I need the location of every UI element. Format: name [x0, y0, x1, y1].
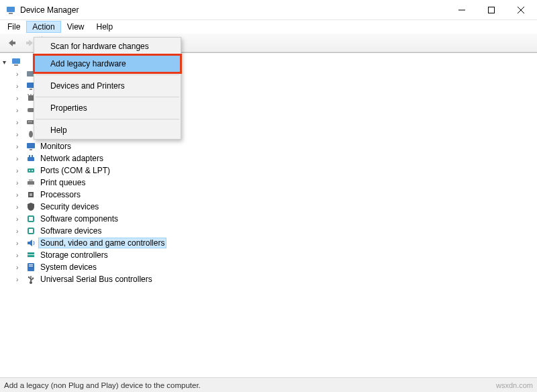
tree-node-label: Universal Serial Bus controllers — [39, 275, 154, 284]
chevron-right-icon: › — [16, 276, 23, 283]
chevron-right-icon: › — [16, 228, 23, 235]
menu-item-scan-hardware[interactable]: Scan for hardware changes — [34, 38, 181, 55]
svg-rect-40 — [28, 255, 34, 257]
tree-node-label: Print queues — [39, 178, 87, 187]
menu-separator — [36, 97, 179, 97]
speaker-icon — [26, 238, 36, 248]
chevron-right-icon: › — [16, 264, 23, 271]
svg-rect-0 — [7, 7, 15, 12]
tree-node-label: Security devices — [39, 202, 100, 211]
svg-rect-1 — [9, 13, 13, 14]
tree-node[interactable]: ›Monitors — [0, 140, 537, 152]
menu-help[interactable]: Help — [91, 21, 119, 33]
svg-rect-11 — [30, 89, 32, 90]
window-title: Device Manager — [20, 5, 79, 15]
app-icon — [5, 5, 16, 15]
storage-icon — [26, 250, 36, 260]
tree-node[interactable]: ›Processors — [0, 189, 537, 201]
port-icon — [26, 165, 36, 176]
sw-icon — [26, 213, 36, 224]
tree-node-label: System devices — [39, 262, 98, 272]
menu-item-properties[interactable]: Properties — [34, 99, 181, 117]
menu-view[interactable]: View — [61, 21, 91, 33]
menu-item-help[interactable]: Help — [34, 121, 181, 139]
svg-rect-7 — [14, 64, 18, 66]
chevron-right-icon: › — [16, 95, 23, 102]
watermark: wsxdn.com — [496, 381, 533, 389]
net-icon — [26, 153, 36, 164]
svg-rect-34 — [30, 193, 32, 196]
tree-node[interactable]: ›Software components — [0, 213, 537, 225]
svg-rect-18 — [28, 121, 29, 122]
monitor-icon — [26, 141, 36, 152]
tree-node-label: Storage controllers — [39, 250, 109, 260]
menu-item-add-legacy-hardware[interactable]: Add legacy hardware — [34, 55, 181, 72]
svg-rect-30 — [28, 181, 34, 185]
tree-node[interactable]: ›Sound, video and game controllers — [0, 237, 537, 249]
chevron-down-icon: ▾ — [3, 58, 9, 66]
svg-rect-26 — [32, 155, 33, 157]
menu-file[interactable]: File — [1, 21, 26, 33]
status-text: Add a legacy (non Plug and Play) device … — [4, 381, 201, 389]
tree-node[interactable]: ›System devices — [0, 261, 537, 273]
tree-node[interactable]: ›Storage controllers — [0, 249, 537, 261]
tree-node-label: Monitors — [39, 142, 72, 151]
svg-point-21 — [29, 131, 33, 138]
tree-node[interactable]: ›Software devices — [0, 225, 537, 237]
chevron-right-icon: › — [16, 119, 23, 126]
back-button[interactable] — [4, 36, 19, 50]
tree-node-label: Software components — [39, 214, 119, 224]
svg-rect-3 — [489, 7, 495, 13]
shield-icon — [26, 201, 36, 212]
tree-node[interactable]: ›Network adapters — [0, 152, 537, 164]
svg-rect-27 — [28, 168, 34, 173]
maximize-button[interactable] — [477, 0, 506, 20]
svg-rect-32 — [29, 185, 33, 187]
svg-rect-19 — [30, 121, 30, 122]
tree-node[interactable]: ›Print queues — [0, 177, 537, 189]
svg-rect-31 — [29, 179, 33, 181]
svg-rect-6 — [12, 58, 20, 64]
tree-node[interactable]: ›Universal Serial Bus controllers — [0, 273, 537, 285]
svg-rect-39 — [28, 252, 34, 254]
computer-icon — [11, 56, 21, 67]
tree-node[interactable]: ›Security devices — [0, 201, 537, 213]
minimize-button[interactable] — [447, 0, 477, 20]
chevron-right-icon: › — [16, 203, 23, 211]
chevron-right-icon: › — [16, 83, 23, 90]
action-dropdown: Scan for hardware changes Add legacy har… — [34, 37, 181, 140]
tree-node[interactable]: ›Ports (COM & LPT) — [0, 164, 537, 177]
system-icon — [26, 262, 36, 273]
svg-point-28 — [29, 170, 30, 171]
svg-rect-20 — [31, 121, 32, 122]
svg-rect-24 — [28, 157, 34, 161]
tree-node-label: Software devices — [39, 226, 103, 236]
svg-rect-22 — [27, 143, 35, 148]
menu-item-devices-printers[interactable]: Devices and Printers — [34, 77, 181, 95]
svg-rect-38 — [29, 229, 33, 233]
chevron-right-icon: › — [16, 191, 23, 199]
menu-action[interactable]: Action — [26, 21, 60, 33]
cpu-icon — [26, 189, 36, 200]
menu-separator — [36, 119, 179, 119]
titlebar: Device Manager — [0, 0, 537, 20]
printer-icon — [26, 177, 36, 188]
tree-node-label: Network adapters — [39, 154, 105, 163]
menu-separator — [36, 75, 179, 75]
chevron-right-icon: › — [16, 155, 23, 162]
chevron-right-icon: › — [16, 143, 23, 150]
svg-rect-25 — [29, 155, 30, 157]
svg-rect-41 — [28, 263, 34, 271]
svg-point-48 — [28, 277, 30, 278]
svg-rect-43 — [29, 266, 33, 266]
close-button[interactable] — [506, 0, 536, 20]
svg-rect-42 — [29, 264, 33, 265]
tree-node-label: Sound, video and game controllers — [39, 238, 166, 248]
chevron-right-icon: › — [16, 70, 23, 78]
svg-rect-49 — [32, 278, 34, 279]
menubar: File Action View Help — [0, 20, 537, 34]
svg-rect-12 — [28, 95, 34, 101]
chevron-right-icon: › — [16, 107, 23, 114]
svg-rect-23 — [30, 149, 32, 150]
svg-rect-36 — [29, 217, 33, 221]
